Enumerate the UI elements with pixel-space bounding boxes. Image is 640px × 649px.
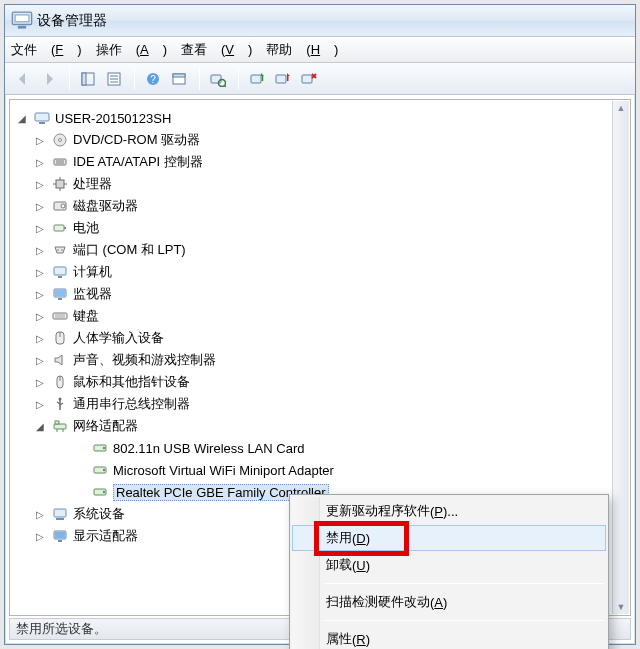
svg-rect-64 [54, 509, 66, 517]
tree-node-label: 磁盘驱动器 [73, 197, 138, 215]
network-adapter-icon [91, 483, 109, 501]
keyboard-icon [51, 307, 69, 325]
tree-node-label: 网络适配器 [73, 417, 138, 435]
tree-node-label: 声音、视频和游戏控制器 [73, 351, 216, 369]
usb-icon [51, 395, 69, 413]
expand-icon[interactable]: ▷ [33, 177, 47, 191]
mouse-icon [51, 373, 69, 391]
expand-icon[interactable]: ▷ [33, 133, 47, 147]
window-title: 设备管理器 [37, 12, 107, 30]
svg-text:?: ? [150, 74, 156, 85]
tree-node-computer[interactable]: ▷计算机 [33, 261, 627, 283]
svg-rect-44 [58, 298, 62, 300]
svg-rect-12 [173, 74, 185, 77]
tree-node-label: 人体学输入设备 [73, 329, 164, 347]
expand-icon[interactable]: ▷ [33, 331, 47, 345]
properties-button[interactable] [102, 67, 126, 91]
menu-view[interactable]: 查看(V) [181, 41, 252, 59]
tree-node-sound[interactable]: ▷声音、视频和游戏控制器 [33, 349, 627, 371]
tree-node-label: 计算机 [73, 263, 112, 281]
svg-rect-41 [58, 276, 62, 278]
expand-icon[interactable]: ▷ [33, 397, 47, 411]
ide-icon [51, 153, 69, 171]
svg-line-15 [225, 85, 227, 87]
titlebar: 设备管理器 [5, 5, 635, 37]
svg-rect-67 [55, 532, 65, 538]
tree-node-dvd[interactable]: ▷DVD/CD-ROM 驱动器 [33, 129, 627, 151]
tree-node-ports[interactable]: ▷端口 (COM 和 LPT) [33, 239, 627, 261]
monitor-icon [51, 285, 69, 303]
ctx-update-driver[interactable]: 更新驱动程序软件(P)... [292, 497, 606, 525]
svg-rect-2 [15, 15, 29, 22]
svg-rect-65 [56, 518, 64, 520]
vertical-scrollbar[interactable]: ▲▼ [612, 101, 629, 614]
tree-node-label: 通用串行总线控制器 [73, 395, 190, 413]
tree-node-keyboard[interactable]: ▷键盘 [33, 305, 627, 327]
tree-node-label: 显示适配器 [73, 527, 138, 545]
svg-rect-26 [54, 159, 66, 165]
tree-node-net-a[interactable]: 802.11n USB Wireless LAN Card [73, 437, 627, 459]
collapse-icon[interactable]: ◢ [33, 419, 47, 433]
tree-node-disk[interactable]: ▷磁盘驱动器 [33, 195, 627, 217]
uninstall-button[interactable] [297, 67, 321, 91]
expand-icon[interactable]: ▷ [33, 309, 47, 323]
tree-node-ide[interactable]: ▷IDE ATA/ATAPI 控制器 [33, 151, 627, 173]
app-icon [11, 8, 33, 33]
svg-point-25 [59, 139, 62, 142]
expand-icon[interactable]: ▷ [33, 287, 47, 301]
expand-icon[interactable]: ▷ [33, 529, 47, 543]
action-pane-button[interactable] [167, 67, 191, 91]
update-driver-button[interactable] [245, 67, 269, 91]
disable-button[interactable] [271, 67, 295, 91]
tree-node-monitor[interactable]: ▷监视器 [33, 283, 627, 305]
tree-node-hid[interactable]: ▷人体学输入设备 [33, 327, 627, 349]
expand-icon[interactable]: ▷ [33, 243, 47, 257]
scroll-up-icon: ▲ [617, 103, 626, 113]
svg-rect-23 [39, 122, 45, 124]
expand-icon[interactable]: ▷ [33, 199, 47, 213]
network-adapter-icon [91, 461, 109, 479]
expand-icon[interactable]: ▷ [33, 353, 47, 367]
svg-point-61 [103, 469, 105, 471]
tree-node-cpu[interactable]: ▷处理器 [33, 173, 627, 195]
status-text: 禁用所选设备。 [16, 620, 107, 638]
tree-node-label: 处理器 [73, 175, 112, 193]
forward-button[interactable] [37, 67, 61, 91]
ctx-scan-hardware[interactable]: 扫描检测硬件改动(A) [292, 588, 606, 616]
cpu-icon [51, 175, 69, 193]
tree-node-usbctrl[interactable]: ▷通用串行总线控制器 [33, 393, 627, 415]
tree-root[interactable]: ◢ USER-20150123SH [15, 107, 627, 129]
menu-action[interactable]: 操作(A) [96, 41, 167, 59]
tree-node-label: IDE ATA/ATAPI 控制器 [73, 153, 203, 171]
menu-file[interactable]: 文件(F) [11, 41, 82, 59]
help-button[interactable]: ? [141, 67, 165, 91]
ctx-disable[interactable]: 禁用(D) [292, 525, 606, 551]
scan-hardware-button[interactable] [206, 67, 230, 91]
svg-rect-68 [58, 540, 62, 542]
tree-node-label: 端口 (COM 和 LPT) [73, 241, 186, 259]
tree-node-battery[interactable]: ▷电池 [33, 217, 627, 239]
expand-icon[interactable]: ▷ [33, 507, 47, 521]
svg-rect-4 [82, 73, 86, 85]
tree-node-mouse[interactable]: ▷鼠标和其他指针设备 [33, 371, 627, 393]
tree-node-net-b[interactable]: Microsoft Virtual WiFi Miniport Adapter [73, 459, 627, 481]
expand-icon[interactable]: ▷ [33, 155, 47, 169]
tree-node-network[interactable]: ◢网络适配器 [33, 415, 627, 437]
expand-icon[interactable]: ▷ [33, 375, 47, 389]
collapse-icon[interactable]: ◢ [15, 111, 29, 125]
show-hide-console-button[interactable] [76, 67, 100, 91]
toolbar-separator [238, 68, 239, 90]
svg-rect-54 [54, 424, 66, 429]
ctx-uninstall[interactable]: 卸载(U) [292, 551, 606, 579]
ports-icon [51, 241, 69, 259]
ctx-properties[interactable]: 属性(R) [292, 625, 606, 649]
svg-rect-22 [35, 113, 49, 121]
menu-help[interactable]: 帮助(H) [266, 41, 338, 59]
back-button[interactable] [11, 67, 35, 91]
svg-point-38 [57, 249, 59, 251]
display-icon [51, 527, 69, 545]
expand-icon[interactable]: ▷ [33, 221, 47, 235]
expand-icon[interactable]: ▷ [33, 265, 47, 279]
system-icon [51, 505, 69, 523]
tree-node-label: 键盘 [73, 307, 99, 325]
